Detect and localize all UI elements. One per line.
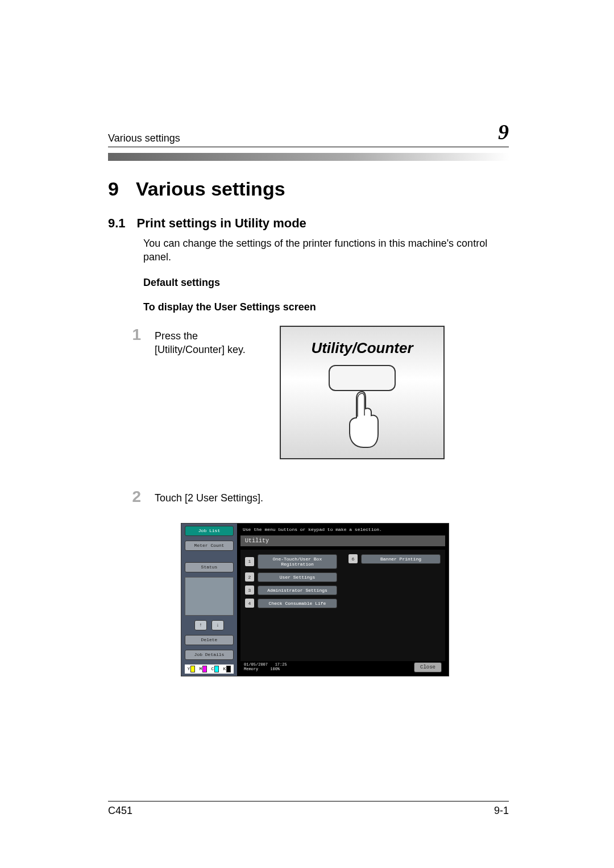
step-2-number: 2 <box>128 488 141 506</box>
section-number: 9.1 <box>108 216 126 231</box>
menu-num-3: 3 <box>245 585 254 595</box>
page-footer: C451 9-1 <box>108 801 509 817</box>
menu-user-settings-button[interactable]: User Settings <box>258 572 337 582</box>
scroll-up-button[interactable]: ↑ <box>194 620 207 630</box>
menu-num-1: 1 <box>245 557 254 566</box>
toner-levels-ymck: Y M C K <box>185 665 234 674</box>
page-header: Various settings 9 <box>108 119 509 147</box>
menu-consumable-life-button[interactable]: Check Consumable Life <box>258 599 337 608</box>
screenshot-sidebar: Job List Meter Count Status ↑ ↓ Delete J… <box>181 524 237 676</box>
delete-button[interactable]: Delete <box>185 635 234 645</box>
subheading-default-settings: Default settings <box>143 277 509 289</box>
menu-admin-settings-button[interactable]: Administrator Settings <box>258 585 337 595</box>
step-2-text: Touch [2 User Settings]. <box>155 488 263 505</box>
scroll-down-button[interactable]: ↓ <box>211 620 224 630</box>
section-title: Print settings in Utility mode <box>137 216 306 231</box>
screen-hint-text: Use the menu buttons or keypad to make a… <box>243 527 443 532</box>
menu-num-4: 4 <box>245 599 254 608</box>
screenshot-main: Use the menu buttons or keypad to make a… <box>237 524 449 676</box>
chapter-heading: 9 Various settings <box>108 178 509 200</box>
chapter-title: Various settings <box>136 178 285 200</box>
step-1-text: Press the [Utility/Counter] key. <box>155 326 268 357</box>
utility-counter-label: Utility/Counter <box>311 339 413 357</box>
menu-one-touch-button[interactable]: One-Touch/User Box Registration <box>258 554 337 569</box>
step-1-number: 1 <box>128 326 141 357</box>
screen-footer-datetime: 01/05/2007 17:25 Memory 100% <box>244 663 287 671</box>
menu-num-6: 6 <box>349 554 358 563</box>
utility-title-bar: Utility <box>240 535 445 546</box>
utility-screen-screenshot: Job List Meter Count Status ↑ ↓ Delete J… <box>181 523 509 676</box>
utility-counter-illustration: Utility/Counter <box>280 326 445 459</box>
header-left-text: Various settings <box>108 132 180 144</box>
close-button[interactable]: Close <box>414 662 442 672</box>
menu-banner-printing-button[interactable]: Banner Printing <box>361 554 441 564</box>
sidebar-job-list-area <box>185 577 234 616</box>
footer-page-number: 9-1 <box>494 805 509 817</box>
subheading-display-user-settings: To display the User Settings screen <box>143 301 509 313</box>
footer-model: C451 <box>108 805 132 817</box>
header-gradient-bar <box>108 153 509 161</box>
job-list-button[interactable]: Job List <box>185 526 234 536</box>
status-button[interactable]: Status <box>185 562 234 572</box>
section-heading: 9.1 Print settings in Utility mode <box>108 216 509 231</box>
chapter-number: 9 <box>108 178 119 200</box>
job-details-button[interactable]: Job Details <box>185 650 234 660</box>
intro-paragraph: You can change the settings of the print… <box>143 236 509 264</box>
meter-count-button[interactable]: Meter Count <box>185 541 234 551</box>
finger-icon <box>342 387 383 452</box>
header-chapter-num: 9 <box>498 119 509 144</box>
menu-num-2: 2 <box>245 572 254 582</box>
